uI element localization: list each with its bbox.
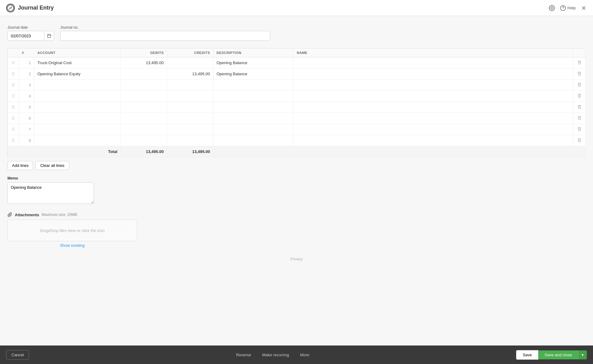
credits-cell[interactable] <box>167 57 213 68</box>
description-cell[interactable] <box>213 91 294 102</box>
drag-handle-icon[interactable]: ⠿ <box>12 105 15 110</box>
help-button[interactable]: Help <box>560 5 576 11</box>
drop-zone-text: Drag/Drop files here or click the icon <box>40 228 105 233</box>
drag-handle-icon[interactable]: ⠿ <box>12 116 15 121</box>
journal-date-wrapper <box>7 31 54 41</box>
drag-handle-icon[interactable]: ⠿ <box>12 127 15 132</box>
make-recurring-button[interactable]: Make recurring <box>259 350 293 359</box>
debits-cell[interactable] <box>121 113 167 124</box>
svg-point-2 <box>561 5 566 10</box>
delete-row-button[interactable] <box>577 105 582 110</box>
more-button[interactable]: More <box>296 350 313 359</box>
delete-row-button[interactable] <box>577 138 582 143</box>
description-cell[interactable] <box>213 113 294 124</box>
credits-cell[interactable] <box>167 102 213 113</box>
description-cell[interactable]: Opening Balance <box>213 57 294 68</box>
close-button[interactable] <box>581 5 587 11</box>
cancel-button[interactable]: Cancel <box>6 350 29 360</box>
save-close-dropdown-button[interactable]: ▾ <box>578 350 587 359</box>
save-close-group: Save and close ▾ <box>538 350 587 359</box>
settings-button[interactable] <box>549 5 555 11</box>
drag-handle-icon[interactable]: ⠿ <box>12 83 15 88</box>
name-cell[interactable] <box>294 113 573 124</box>
name-cell[interactable] <box>294 80 573 91</box>
account-cell[interactable] <box>34 91 121 102</box>
drag-handle-icon[interactable]: ⠿ <box>12 138 15 143</box>
delete-row-button[interactable] <box>577 116 582 121</box>
credits-cell[interactable] <box>167 91 213 102</box>
credits-cell[interactable] <box>167 80 213 91</box>
attachments-header: Attachments Maximum size: 20MB <box>7 212 586 217</box>
description-value: Opening Balance <box>217 60 247 65</box>
account-cell[interactable]: Opening Balance Equity <box>34 68 121 80</box>
save-button[interactable]: Save <box>516 350 538 360</box>
clear-all-lines-button[interactable]: Clear all lines <box>36 161 69 170</box>
credits-cell[interactable]: 13,495.00 <box>167 68 213 80</box>
name-cell[interactable] <box>294 124 573 135</box>
name-cell[interactable] <box>294 68 573 80</box>
name-cell[interactable] <box>294 102 573 113</box>
description-cell[interactable] <box>213 102 294 113</box>
account-cell[interactable] <box>34 80 121 91</box>
journal-no-input[interactable] <box>60 31 270 41</box>
calendar-button[interactable] <box>44 31 54 41</box>
delete-row-button[interactable] <box>577 60 582 66</box>
credits-cell[interactable] <box>167 113 213 124</box>
debits-cell[interactable]: 13,495.00 <box>121 57 167 68</box>
account-cell[interactable]: Truck:Original Cost <box>34 57 121 68</box>
description-value: Opening Balance <box>217 72 247 76</box>
delete-cell <box>573 57 586 68</box>
account-value: Opening Balance Equity <box>37 72 80 76</box>
debits-cell[interactable] <box>121 80 167 91</box>
journal-date-input[interactable] <box>7 31 44 41</box>
name-cell[interactable] <box>294 91 573 102</box>
debits-cell[interactable] <box>121 68 167 80</box>
debits-cell[interactable] <box>121 102 167 113</box>
bottom-bar-right: Save Save and close ▾ <box>516 350 587 360</box>
drag-handle-icon[interactable]: ⠿ <box>12 94 15 99</box>
debits-cell[interactable] <box>121 124 167 135</box>
row-number: 3 <box>29 83 31 87</box>
dropdown-arrow-icon: ▾ <box>582 353 584 357</box>
debits-cell[interactable] <box>121 91 167 102</box>
description-cell[interactable] <box>213 124 294 135</box>
description-cell[interactable] <box>213 80 294 91</box>
save-and-close-button[interactable]: Save and close <box>538 350 578 359</box>
row-num-cell: 6 <box>19 113 34 124</box>
account-cell[interactable] <box>34 113 121 124</box>
form-row: Journal date Journal no. <box>7 25 586 41</box>
table-header-row: # ACCOUNT DEBITS CREDITS DESCRIPTION NAM… <box>8 48 586 57</box>
action-buttons: Add lines Clear all lines <box>7 161 586 170</box>
add-lines-button[interactable]: Add lines <box>7 161 33 170</box>
help-label: Help <box>567 6 576 10</box>
delete-row-button[interactable] <box>577 82 582 88</box>
row-number: 6 <box>29 116 31 121</box>
memo-textarea[interactable]: Opening Balance <box>7 182 94 204</box>
delete-row-button[interactable] <box>577 71 582 77</box>
attachments-label: Attachments <box>15 213 39 217</box>
account-cell[interactable] <box>34 102 121 113</box>
top-bar: Journal Entry Help <box>0 0 593 16</box>
drag-cell: ⠿ <box>8 68 19 80</box>
delete-row-button[interactable] <box>577 127 582 132</box>
delete-row-button[interactable] <box>577 93 582 99</box>
credits-cell[interactable] <box>167 124 213 135</box>
drag-handle-icon[interactable]: ⠿ <box>12 72 15 77</box>
credits-cell[interactable] <box>167 135 213 146</box>
description-cell[interactable]: Opening Balance <box>213 68 294 80</box>
drag-cell: ⠿ <box>8 135 19 146</box>
account-cell[interactable] <box>34 124 121 135</box>
total-label-cell: Total <box>8 146 121 157</box>
name-cell[interactable] <box>294 135 573 146</box>
name-cell[interactable] <box>294 57 573 68</box>
debits-cell[interactable] <box>121 135 167 146</box>
reverse-button[interactable]: Reverse <box>233 350 255 359</box>
description-cell[interactable] <box>213 135 294 146</box>
col-drag-header <box>8 48 19 57</box>
svg-point-1 <box>551 7 553 9</box>
account-cell[interactable] <box>34 135 121 146</box>
drag-handle-icon[interactable]: ⠿ <box>12 60 15 65</box>
drop-zone[interactable]: Drag/Drop files here or click the icon <box>7 220 137 241</box>
show-existing-link[interactable]: Show existing <box>7 243 137 248</box>
col-name-header: NAME <box>294 48 573 57</box>
